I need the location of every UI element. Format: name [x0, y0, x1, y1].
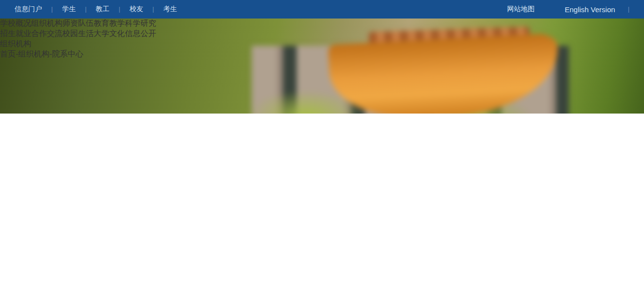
separator: | [85, 6, 86, 13]
separator: | [119, 6, 120, 13]
hero-photo [0, 19, 644, 114]
topbar-link[interactable]: 教工 [96, 5, 109, 14]
topbar-link[interactable]: 网站地图 [507, 5, 534, 14]
topbar-link[interactable]: 校友 [129, 5, 143, 14]
topbar-right-links: 网站地图English Version| [507, 5, 629, 14]
topbar-link[interactable]: 信息门户 [15, 5, 42, 14]
topbar-link[interactable]: English Version [564, 5, 615, 14]
separator: | [51, 6, 53, 13]
topbar-link[interactable]: 学生 [62, 5, 76, 14]
topbar-left-links: 信息门户|学生|教工|校友|考生 [15, 5, 177, 14]
separator: | [628, 6, 629, 13]
separator: | [152, 6, 154, 13]
topbar-link[interactable]: 考生 [163, 5, 177, 14]
topbar: 信息门户|学生|教工|校友|考生 网站地图English Version| [0, 0, 644, 19]
hero-banner: 学校概况组织机构师资队伍教育教学科学研究 招生就业合作交流校园生活大学文化信息公… [0, 19, 644, 114]
